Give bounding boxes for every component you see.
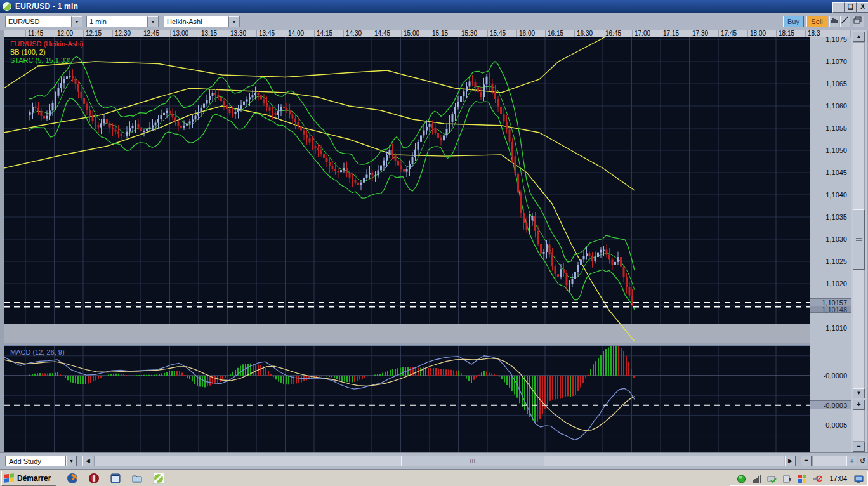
vertical-zoom-track[interactable]	[853, 410, 865, 442]
app-logo-icon	[3, 2, 11, 11]
prorealtime-icon[interactable]	[153, 473, 164, 484]
shaded-band	[4, 324, 810, 343]
vertical-scroll-thumb[interactable]	[853, 209, 865, 270]
time-label: 15:00	[404, 30, 419, 37]
chart-type-icon[interactable]	[829, 16, 839, 27]
time-label: 13:00	[173, 30, 188, 37]
firefox-icon[interactable]	[67, 473, 78, 484]
time-label: 16:00	[519, 30, 535, 37]
chevron-down-icon[interactable]: ▼	[71, 16, 82, 27]
axis-separator	[401, 30, 402, 37]
price-axis[interactable]: 1,10751,10701,10651,10601,10551,10501,10…	[810, 37, 851, 452]
axis-separator	[372, 30, 372, 37]
zoom-out-vertical-button[interactable]: −	[853, 442, 865, 452]
axis-separator	[747, 30, 748, 37]
speaker-muted-icon[interactable]	[813, 474, 822, 483]
macd-panel[interactable]: MACD (12, 26, 9)	[4, 345, 810, 453]
signal-bars-icon[interactable]	[752, 474, 761, 483]
axis-separator	[141, 30, 141, 37]
time-label: 14:15	[317, 30, 332, 37]
title-bar[interactable]: EUR/USD - 1 min _ ❏ X	[0, 0, 868, 13]
chevron-down-icon[interactable]: ▼	[228, 16, 239, 27]
symbol-dropdown[interactable]: EUR/USD ▼	[5, 16, 82, 27]
vertical-scrollbar: ▲ ▼ + −	[851, 30, 867, 468]
price-chart[interactable]: EUR/USD (Heikin-Ashi)BB (100, 2)STARC (5…	[4, 37, 810, 343]
chevron-down-icon[interactable]: ▼	[147, 16, 158, 27]
axis-separator	[256, 30, 257, 37]
time-label: 17:00	[635, 30, 650, 37]
axis-separator	[776, 30, 777, 37]
scroll-left-button[interactable]: ◀	[82, 456, 93, 466]
card-check-icon[interactable]	[767, 474, 777, 483]
starc-lower-line	[29, 98, 635, 310]
axis-separator	[661, 30, 661, 37]
windows-logo-icon	[4, 473, 15, 483]
axis-separator	[170, 30, 171, 37]
scroll-right-button[interactable]: ▶	[785, 456, 796, 466]
window-title: EUR/USD - 1 min	[15, 2, 78, 11]
app-window-icon[interactable]	[110, 473, 121, 484]
price-label: 1,1075	[810, 37, 847, 43]
start-button-label: Démarrer	[17, 474, 51, 483]
buy-button[interactable]: Buy	[783, 16, 804, 27]
cascade-windows-icon[interactable]	[853, 16, 864, 27]
horizontal-zoom-track[interactable]	[812, 456, 846, 466]
chart-legend-line: EUR/USD (Heikin-Ashi)	[10, 40, 84, 48]
time-label: 17:15	[663, 30, 679, 37]
chart-style-dropdown[interactable]: Heikin-Ashi ▼	[164, 16, 240, 27]
axis-separator	[459, 30, 459, 37]
time-label: 12:15	[86, 30, 102, 37]
time-label: 16:30	[577, 30, 593, 37]
minimize-button[interactable]: _	[832, 2, 845, 13]
thumb-grip-icon	[856, 238, 862, 241]
sell-button[interactable]: Sell	[806, 16, 827, 27]
reset-zoom-icon[interactable]: ↺	[858, 456, 867, 466]
axis-separator	[314, 30, 315, 37]
time-label: 17:45	[721, 30, 737, 37]
display-icon[interactable]	[854, 474, 864, 483]
scroll-up-button[interactable]: ▲	[853, 32, 865, 42]
time-label: 16:15	[548, 30, 563, 37]
folder-icon[interactable]	[131, 473, 143, 484]
price-label: 1,1030	[810, 235, 847, 243]
time-label: 15:15	[432, 30, 448, 37]
add-study-arrow-icon[interactable]: ▼	[66, 456, 77, 466]
scroll-down-button[interactable]: ▼	[853, 388, 865, 398]
chart-legend-line: STARC (5, 15,1,33)	[10, 56, 71, 64]
clipboard-icon[interactable]	[782, 474, 792, 483]
zoom-in-horizontal-button[interactable]: +	[846, 456, 857, 466]
axis-separator	[603, 30, 603, 37]
axis-separator	[228, 30, 228, 37]
macd-level-label: -0,0000	[810, 372, 847, 379]
axis-separator	[25, 30, 26, 37]
bid-price-box: 1,10148	[810, 306, 851, 313]
axis-separator	[487, 30, 488, 37]
restore-button[interactable]: ❏	[845, 2, 857, 13]
symbol-value: EUR/USD	[6, 18, 71, 25]
opera-icon[interactable]	[88, 473, 100, 484]
system-tray: 17:04	[730, 471, 868, 486]
axis-separator	[516, 30, 517, 37]
bottom-toolbar: Add Study ▼ ◀ ||| ▶ − + ↺	[0, 452, 868, 470]
axis-separator	[805, 30, 806, 37]
horizontal-scroll-thumb[interactable]: |||	[401, 456, 544, 466]
time-label: 13:45	[259, 30, 275, 37]
price-label: 1,1040	[810, 191, 847, 199]
chart-toolbar: EUR/USD ▼ 1 min ▼ Heikin-Ashi ▼ Buy Sell	[0, 13, 868, 30]
windows-taskbar: Démarrer 17:04	[0, 470, 868, 486]
axis-separator	[632, 30, 633, 37]
windows-logo-icon[interactable]	[798, 474, 807, 483]
time-label: 11:45	[28, 30, 43, 37]
close-button[interactable]: X	[857, 2, 868, 13]
timeframe-dropdown[interactable]: 1 min ▼	[86, 16, 159, 27]
taskbar-clock: 17:04	[828, 475, 848, 482]
zoom-out-horizontal-button[interactable]: −	[801, 456, 812, 466]
axis-separator	[83, 30, 84, 37]
start-button[interactable]: Démarrer	[1, 471, 56, 486]
draw-line-icon[interactable]	[840, 16, 850, 27]
status-orb-icon[interactable]	[737, 474, 746, 483]
zoom-in-vertical-button[interactable]: +	[853, 400, 865, 410]
price-label: 1,1045	[810, 169, 847, 176]
axis-separator	[430, 30, 430, 37]
add-study-dropdown[interactable]: Add Study	[5, 456, 66, 466]
